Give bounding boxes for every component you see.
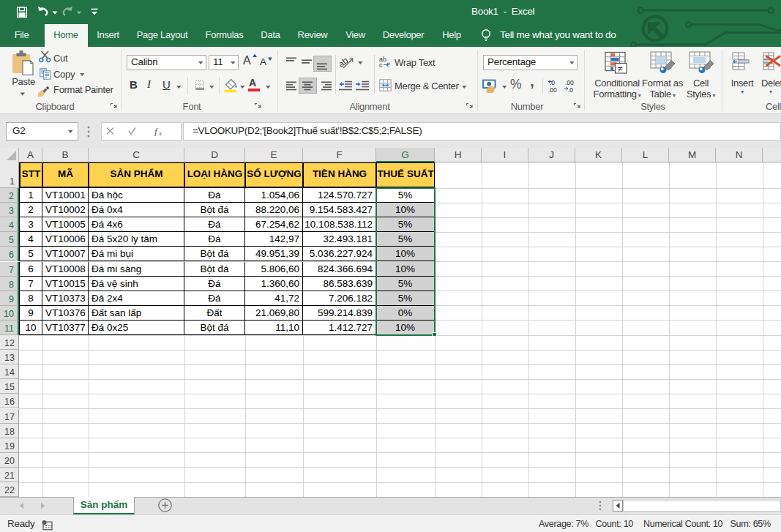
svg-text:c: c: [379, 61, 383, 68]
svg-text:x: x: [158, 130, 162, 137]
svg-text:.0: .0: [568, 86, 573, 94]
svg-text:≠: ≠: [618, 64, 623, 74]
svg-text:.00: .00: [548, 86, 557, 94]
svg-text:.00: .00: [565, 79, 574, 86]
